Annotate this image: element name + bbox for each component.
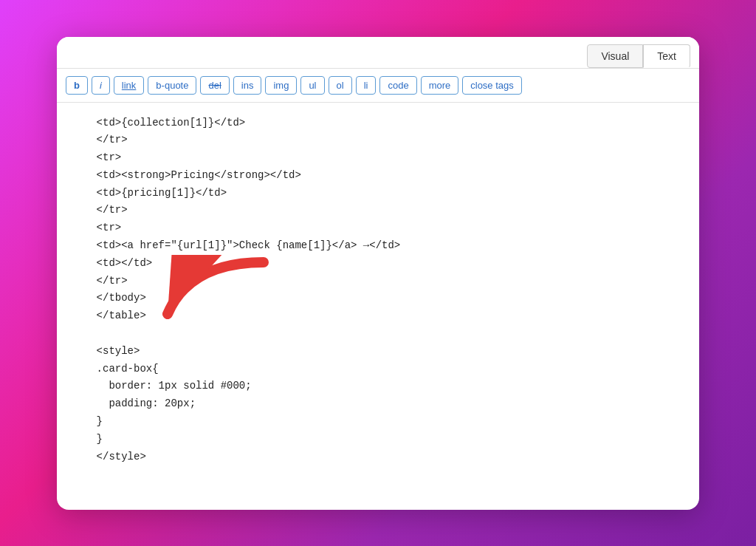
tab-text[interactable]: Text [643, 44, 690, 68]
editor-container: Visual Text b i link b-quote del ins img… [57, 37, 699, 510]
more-button[interactable]: more [421, 76, 459, 95]
img-button[interactable]: img [265, 76, 297, 95]
code-editor[interactable]: <td>{collection[1]}</td> </tr> <tr> <td>… [57, 103, 699, 478]
close-tags-button[interactable]: close tags [462, 76, 522, 95]
bold-button[interactable]: b [66, 76, 88, 95]
ol-button[interactable]: ol [329, 76, 352, 95]
bquote-button[interactable]: b-quote [148, 76, 196, 95]
toolbar: b i link b-quote del ins img ul ol li co… [57, 69, 699, 103]
tab-visual[interactable]: Visual [587, 44, 643, 68]
italic-button[interactable]: i [92, 76, 110, 95]
ins-button[interactable]: ins [233, 76, 262, 95]
tab-bar: Visual Text [57, 37, 699, 69]
li-button[interactable]: li [356, 76, 377, 95]
del-button[interactable]: del [200, 76, 229, 95]
link-button[interactable]: link [114, 76, 145, 95]
code-button[interactable]: code [379, 76, 416, 95]
ul-button[interactable]: ul [300, 76, 324, 95]
